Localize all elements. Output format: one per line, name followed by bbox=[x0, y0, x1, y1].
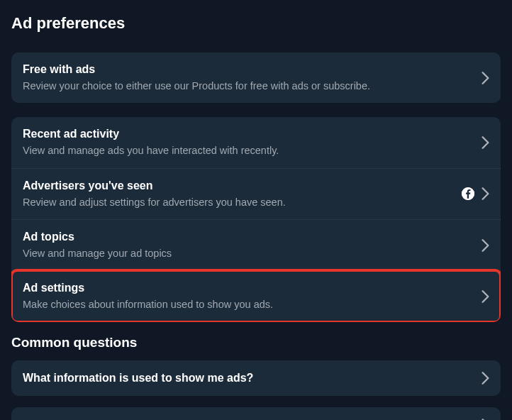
item-content: Ad settings Make choices about informati… bbox=[23, 281, 473, 311]
item-subtitle: View and manage ads you have interacted … bbox=[23, 144, 473, 158]
chevron-right-icon bbox=[482, 136, 489, 149]
item-icons bbox=[482, 290, 489, 303]
item-content: Free with ads Review your choice to eith… bbox=[23, 62, 473, 93]
item-content: Ad topics View and manage your ad topics bbox=[23, 230, 473, 260]
item-content: Recent ad activity View and manage ads y… bbox=[23, 127, 473, 158]
item-content: Advertisers you've seen Review and adjus… bbox=[23, 179, 453, 209]
item-icons bbox=[482, 239, 489, 252]
item-title: Free with ads bbox=[23, 62, 473, 77]
faq-item-sell-data[interactable]: Does Meta sell my data? bbox=[11, 407, 501, 420]
item-subtitle: Review and adjust settings for advertise… bbox=[23, 196, 453, 210]
group-ad-settings: Recent ad activity View and manage ads y… bbox=[11, 117, 501, 321]
item-icons bbox=[482, 136, 489, 149]
faq-item-what-info[interactable]: What information is used to show me ads? bbox=[11, 360, 501, 396]
chevron-right-icon bbox=[482, 187, 489, 200]
chevron-right-icon bbox=[482, 372, 489, 385]
group-free-with-ads: Free with ads Review your choice to eith… bbox=[11, 52, 501, 103]
item-title: Ad topics bbox=[23, 230, 473, 245]
faq-title: What information is used to show me ads? bbox=[23, 372, 253, 385]
item-title: Ad settings bbox=[23, 281, 473, 296]
chevron-right-icon bbox=[482, 290, 489, 303]
page-title: Ad preferences bbox=[11, 14, 501, 33]
chevron-right-icon bbox=[482, 72, 489, 84]
item-subtitle: Review your choice to either use our Pro… bbox=[23, 79, 473, 94]
item-recent-ad-activity[interactable]: Recent ad activity View and manage ads y… bbox=[11, 117, 501, 167]
facebook-icon bbox=[462, 187, 474, 200]
faq-group: What information is used to show me ads?… bbox=[11, 360, 501, 420]
item-ad-topics[interactable]: Ad topics View and manage your ad topics bbox=[11, 219, 501, 270]
item-title: Advertisers you've seen bbox=[23, 179, 453, 194]
item-subtitle: View and manage your ad topics bbox=[23, 247, 473, 261]
item-ad-settings[interactable]: Ad settings Make choices about informati… bbox=[11, 270, 501, 321]
item-icons bbox=[462, 187, 489, 200]
common-questions-title: Common questions bbox=[11, 335, 501, 350]
item-advertisers-youve-seen[interactable]: Advertisers you've seen Review and adjus… bbox=[11, 168, 501, 219]
item-free-with-ads[interactable]: Free with ads Review your choice to eith… bbox=[11, 52, 501, 103]
item-subtitle: Make choices about information used to s… bbox=[23, 298, 473, 312]
item-icons bbox=[482, 72, 489, 84]
chevron-right-icon bbox=[482, 239, 489, 252]
item-title: Recent ad activity bbox=[23, 127, 473, 142]
